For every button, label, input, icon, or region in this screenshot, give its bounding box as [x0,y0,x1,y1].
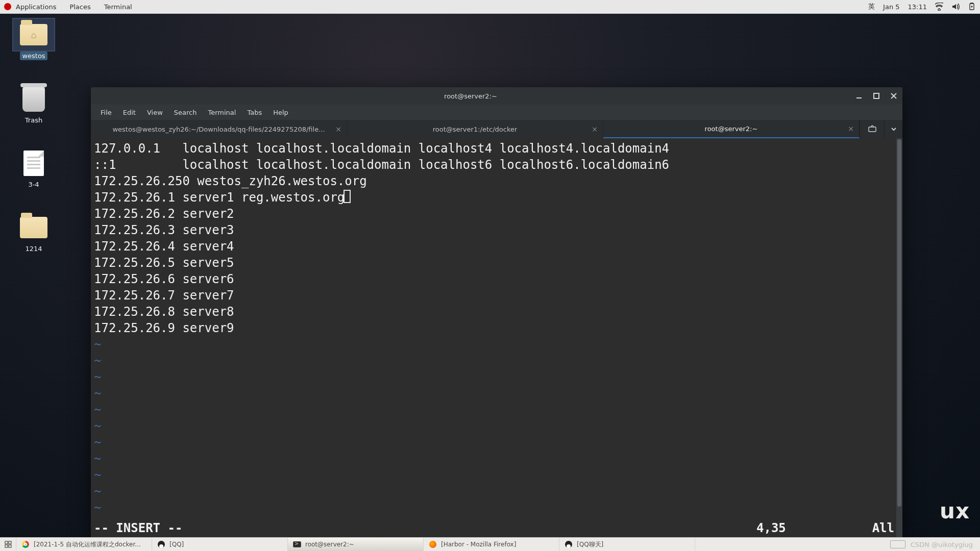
vim-scroll-percent: All [859,520,894,536]
task-label: [2021-1-5 自动化运维课程之docker... [34,540,141,549]
terminal-tabbar: westos@westos_zyh26:~/Downloads/qq-files… [91,120,902,138]
bottom-taskbar: [2021-1-5 自动化运维课程之docker... [QQ] root@se… [0,537,980,551]
task-label: [QQ] [169,541,184,548]
vim-statusline: -- INSERT -- 4,35 All [94,520,894,536]
tab-label: root@server2:~ [705,125,758,133]
firefox-icon [429,540,437,548]
distro-logo-icon [4,3,11,10]
menu-search[interactable]: Search [169,107,202,118]
desktop-icon-label: 1214 [25,245,42,253]
tab-close-icon[interactable]: × [848,124,854,133]
menu-terminal[interactable]: Terminal [104,3,132,11]
desktop-icon-label: 3-4 [28,181,39,188]
vim-tilde: ~ [94,369,899,385]
terminal-scrollbar[interactable] [896,138,902,539]
broadcast-icon[interactable] [860,120,884,138]
terminal-tab-3[interactable]: root@server2:~ × [603,120,860,138]
vim-tilde: ~ [94,499,899,516]
penguin-icon [157,540,165,548]
svg-rect-6 [5,545,8,547]
terminal-line: 172.25.26.8 server8 [94,304,899,320]
terminal-line: 172.25.26.5 server5 [94,255,899,271]
ime-indicator[interactable]: 英 [868,2,875,11]
menu-help[interactable]: Help [268,107,293,118]
chrome-icon [21,540,30,548]
terminal-icon [293,540,301,548]
desktop-icon-westos[interactable]: ⌂ westos [5,19,62,60]
terminal-line: 172.25.26.9 server9 [94,320,899,336]
desktop-icon-trash[interactable]: Trash [5,83,62,124]
minimize-button[interactable] [850,87,868,105]
vim-tilde: ~ [94,467,899,483]
panel-date[interactable]: Jan 5 [883,3,899,11]
menu-tabs[interactable]: Tabs [242,107,266,118]
menu-places[interactable]: Places [69,3,90,11]
terminal-line: ::1 localhost localhost.localdomain loca… [94,157,899,173]
menu-file[interactable]: File [96,107,116,118]
background-text: ux [940,498,970,523]
svg-rect-4 [5,541,8,544]
task-firefox[interactable]: [Harbor - Mozilla Firefox] [424,538,559,551]
vim-tilde: ~ [94,385,899,402]
document-icon [23,151,44,176]
menu-view[interactable]: View [142,107,167,118]
tab-menu-button[interactable] [884,120,902,138]
terminal-line: 127.0.0.1 localhost localhost.localdomai… [94,140,899,157]
task-label: root@server2:~ [305,541,354,548]
task-chrome[interactable]: [2021-1-5 自动化运维课程之docker... [16,538,152,551]
keyboard-indicator-icon[interactable] [890,540,905,548]
svg-rect-2 [874,93,879,98]
svg-rect-3 [869,127,876,132]
vim-tilde: ~ [94,336,899,353]
vim-tilde: ~ [94,483,899,499]
penguin-icon [565,540,573,548]
desktop-icon-doc[interactable]: 3-4 [5,147,62,188]
terminal-line: 172.25.26.2 server2 [94,206,899,222]
task-label: [Harbor - Mozilla Firefox] [441,541,516,548]
maximize-button[interactable] [868,87,885,105]
task-qq[interactable]: [QQ] [152,538,288,551]
tab-close-icon[interactable]: × [592,125,598,133]
menu-edit[interactable]: Edit [118,107,140,118]
desktop-icon-label: westos [20,52,47,60]
folder-icon [20,217,47,238]
vim-tilde: ~ [94,402,899,418]
svg-rect-5 [9,541,11,544]
terminal-viewport[interactable]: 127.0.0.1 localhost localhost.localdomai… [91,138,902,539]
scrollbar-thumb[interactable] [897,139,901,507]
task-terminal[interactable]: root@server2:~ [288,538,424,551]
gnome-top-panel: Applications Places Terminal 英 Jan 5 13:… [0,0,980,14]
tab-label: root@server1:/etc/docker [433,126,518,133]
volume-icon[interactable] [951,3,960,11]
desktop[interactable]: ux ⌂ westos Trash 3-4 1214 root@server2:… [0,14,980,537]
terminal-line: 172.25.26.6 server6 [94,271,899,287]
vim-tilde: ~ [94,450,899,467]
terminal-tab-1[interactable]: westos@westos_zyh26:~/Downloads/qq-files… [91,120,347,138]
terminal-tab-2[interactable]: root@server1:/etc/docker × [347,120,603,138]
panel-time[interactable]: 13:11 [908,3,927,11]
vim-tilde: ~ [94,418,899,434]
vim-cursor-position: 4,35 [756,520,859,536]
tab-close-icon[interactable]: × [335,125,341,133]
terminal-line: 172.25.26.3 server3 [94,222,899,238]
task-label: [QQ聊天] [577,540,603,549]
vim-mode: -- INSERT -- [94,520,756,536]
desktop-icon-label: Trash [25,116,42,124]
show-desktop-button[interactable] [0,538,16,551]
desktop-icon-1214[interactable]: 1214 [5,212,62,253]
menu-applications[interactable]: Applications [16,3,56,11]
menu-terminal[interactable]: Terminal [203,107,240,118]
vim-tilde: ~ [94,434,899,450]
terminal-line: 172.25.26.250 westos_zyh26.westos.org [94,173,899,189]
text-cursor [344,190,351,203]
task-qqchat[interactable]: [QQ聊天] [559,538,695,551]
wifi-icon[interactable] [935,3,943,11]
window-titlebar[interactable]: root@server2:~ [91,87,902,105]
close-button[interactable] [885,87,902,105]
window-menubar: File Edit View Search Terminal Tabs Help [91,105,902,120]
trash-icon [22,86,45,112]
battery-icon[interactable] [968,3,976,11]
home-folder-icon: ⌂ [20,24,47,45]
terminal-line: 172.25.26.1 server1 reg.westos.org [94,189,899,206]
svg-rect-7 [9,545,11,547]
